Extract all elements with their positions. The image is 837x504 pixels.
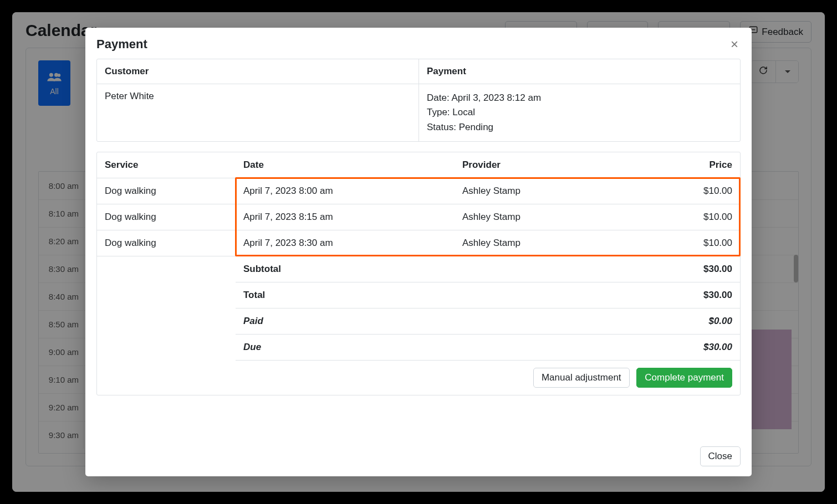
paid-label: Paid <box>236 308 607 334</box>
complete-payment-button[interactable]: Complete payment <box>636 368 732 388</box>
cell-provider: Ashley Stamp <box>455 204 607 230</box>
header-payment: Payment <box>418 59 740 84</box>
payment-info-table: Customer Payment Peter White Date: April… <box>96 59 741 142</box>
cell-date: April 7, 2023 8:15 am <box>236 204 455 230</box>
payment-date-label: Date: <box>427 92 450 103</box>
modal-close-button[interactable]: × <box>728 35 741 53</box>
cell-date: April 7, 2023 8:30 am <box>236 230 455 256</box>
table-row: Dog walkingApril 7, 2023 8:00 amAshley S… <box>97 178 740 204</box>
cell-price: $10.00 <box>607 204 740 230</box>
cell-service: Dog walking <box>97 230 236 256</box>
payment-type-label: Type: <box>427 107 450 117</box>
payment-modal: Payment × Customer Payment Peter White <box>85 28 752 476</box>
header-date: Date <box>236 152 455 178</box>
total-label: Total <box>236 282 607 308</box>
paid-value: $0.00 <box>607 308 740 334</box>
cell-date: April 7, 2023 8:00 am <box>236 178 455 204</box>
close-button[interactable]: Close <box>700 446 741 466</box>
payment-date-value: April 3, 2023 8:12 am <box>451 92 541 103</box>
total-value: $30.00 <box>607 282 740 308</box>
modal-title: Payment <box>96 37 147 52</box>
table-row: Dog walkingApril 7, 2023 8:30 amAshley S… <box>97 230 740 256</box>
manual-adjustment-button[interactable]: Manual adjustment <box>533 368 630 388</box>
header-provider: Provider <box>455 152 607 178</box>
customer-name: Peter White <box>97 84 418 141</box>
table-row: Dog walkingApril 7, 2023 8:15 amAshley S… <box>97 204 740 230</box>
cell-service: Dog walking <box>97 204 236 230</box>
cell-provider: Ashley Stamp <box>455 230 607 256</box>
cell-price: $10.00 <box>607 230 740 256</box>
payment-lines-table: Service Date Provider Price Dog walkingA… <box>96 152 741 395</box>
due-label: Due <box>236 334 607 360</box>
payment-status-value: Pending <box>459 122 493 132</box>
payment-meta: Date: April 3, 2023 8:12 am Type: Local <box>418 84 740 141</box>
payment-status-label: Status: <box>427 122 456 132</box>
header-customer: Customer <box>97 59 418 84</box>
cell-service: Dog walking <box>97 178 236 204</box>
due-value: $30.00 <box>607 334 740 360</box>
cell-provider: Ashley Stamp <box>455 178 607 204</box>
payment-type-value: Local <box>452 107 475 117</box>
cell-price: $10.00 <box>607 178 740 204</box>
subtotal-label: Subtotal <box>236 256 607 282</box>
header-price: Price <box>607 152 740 178</box>
subtotal-value: $30.00 <box>607 256 740 282</box>
header-service: Service <box>97 152 236 178</box>
close-icon: × <box>731 37 738 52</box>
